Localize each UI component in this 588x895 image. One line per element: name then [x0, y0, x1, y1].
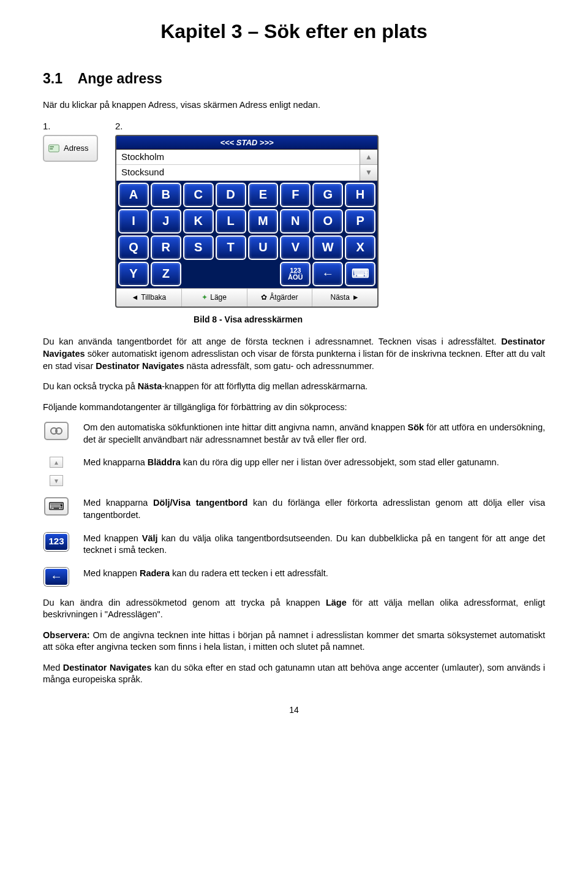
back-arrow-icon: ←: [50, 568, 62, 585]
device-header: <<< STAD >>>: [116, 136, 377, 150]
key-backspace[interactable]: ←: [312, 262, 343, 286]
intro-text: När du klickar på knappen Adress, visas …: [43, 99, 545, 112]
icon-description: Med knapparna Bläddra kan du röra dig up…: [83, 457, 545, 469]
chevron-up-icon: ▲: [50, 457, 63, 468]
key[interactable]: A: [118, 183, 149, 207]
scroll-icons[interactable]: ▲ ▼: [50, 457, 63, 486]
svg-rect-2: [50, 148, 53, 150]
key[interactable]: K: [183, 209, 214, 234]
scroll-buttons: ▲ ▼: [360, 150, 377, 181]
list-item[interactable]: Stockholm: [116, 150, 360, 165]
icon-description: Med knappen Radera kan du radera ett tec…: [83, 568, 545, 580]
select-123-icon[interactable]: 123: [44, 533, 69, 551]
section-number: 3.1: [43, 70, 62, 86]
icon-description: Med knappen Välj kan du välja olika tang…: [83, 533, 545, 557]
key[interactable]: O: [312, 209, 343, 234]
key[interactable]: I: [118, 209, 149, 234]
key[interactable]: N: [280, 209, 311, 234]
list-item[interactable]: Stocksund: [116, 165, 360, 180]
chevron-down-icon: ▼: [50, 475, 63, 486]
device-list: Stockholm Stocksund ▲ ▼: [116, 150, 377, 181]
section-name: Ange adress: [78, 70, 162, 86]
paragraph: Du kan ändra din adressökmetod genom att…: [43, 597, 545, 621]
keyboard-toggle-icon[interactable]: ⌨: [44, 497, 69, 516]
keyboard: A B C D E F G H I J K L M N O P: [116, 181, 377, 288]
adress-button[interactable]: Adress: [43, 135, 98, 162]
chapter-title: Kapitel 3 – Sök efter en plats: [43, 18, 545, 45]
key[interactable]: P: [345, 209, 375, 234]
key-123[interactable]: 123ÅÖÜ: [280, 262, 311, 286]
key[interactable]: D: [216, 183, 246, 207]
key[interactable]: L: [216, 209, 246, 234]
scroll-up-icon[interactable]: ▲: [360, 150, 377, 165]
figure-row: 1. Adress 2. <<< STAD >>> Stockholm Stoc…: [43, 120, 545, 308]
key[interactable]: E: [248, 183, 279, 207]
page-number: 14: [43, 704, 545, 716]
btn-mode[interactable]: ✦Läge: [182, 289, 247, 307]
key[interactable]: T: [216, 235, 246, 260]
key[interactable]: M: [248, 209, 279, 234]
btn-next[interactable]: Nästa►: [312, 289, 377, 307]
scroll-down-icon[interactable]: ▼: [360, 165, 377, 180]
key[interactable]: Z: [151, 262, 181, 286]
figure-caption: Bild 8 - Visa adresskärmen: [116, 314, 380, 326]
key[interactable]: S: [183, 235, 214, 260]
key[interactable]: G: [312, 183, 343, 207]
device-screenshot: <<< STAD >>> Stockholm Stocksund ▲ ▼ A B…: [115, 135, 379, 308]
paragraph: Du kan också trycka på Nästa-knappen för…: [43, 381, 545, 393]
paragraph: Du kan använda tangentbordet för att ang…: [43, 336, 545, 372]
key[interactable]: F: [280, 183, 311, 207]
section-title: 3.1 Ange adress: [43, 69, 545, 88]
key[interactable]: C: [183, 183, 214, 207]
search-icon[interactable]: [44, 422, 69, 440]
figure-number-1: 1.: [43, 120, 98, 132]
figure-number-2: 2.: [115, 120, 379, 132]
paragraph: Med Destinator Navigates kan du söka eft…: [43, 662, 545, 686]
key[interactable]: Y: [118, 262, 149, 286]
keyboard-icon: ⌨: [48, 499, 64, 514]
num-icon: 123: [48, 535, 64, 547]
key[interactable]: Q: [118, 235, 149, 260]
key[interactable]: U: [248, 235, 279, 260]
icon-list: Om den automatiska sökfunktionen inte hi…: [43, 422, 545, 585]
key[interactable]: V: [280, 235, 311, 260]
key[interactable]: B: [151, 183, 181, 207]
key[interactable]: W: [312, 235, 343, 260]
address-card-icon: [48, 142, 60, 154]
svg-rect-1: [50, 147, 54, 148]
btn-actions[interactable]: ✿Åtgärder: [247, 289, 313, 307]
key[interactable]: R: [151, 235, 181, 260]
device-bottom-bar: ◄Tillbaka ✦Läge ✿Åtgärder Nästa►: [116, 288, 377, 307]
paragraph: Observera: Om de angivna tecknen inte hi…: [43, 630, 545, 653]
icon-description: Om den automatiska sökfunktionen inte hi…: [83, 422, 545, 446]
icon-description: Med knapparna Dölj/Visa tangentbord kan …: [83, 497, 545, 521]
btn-back[interactable]: ◄Tillbaka: [116, 289, 182, 307]
paragraph: Följande kommandotangenter är tillgängli…: [43, 402, 545, 414]
key[interactable]: X: [345, 235, 375, 260]
key[interactable]: J: [151, 209, 181, 234]
delete-icon[interactable]: ←: [44, 568, 69, 586]
key-keyboard-toggle[interactable]: ⌨: [345, 262, 375, 286]
adress-button-label: Adress: [64, 143, 88, 154]
key[interactable]: H: [345, 183, 375, 207]
